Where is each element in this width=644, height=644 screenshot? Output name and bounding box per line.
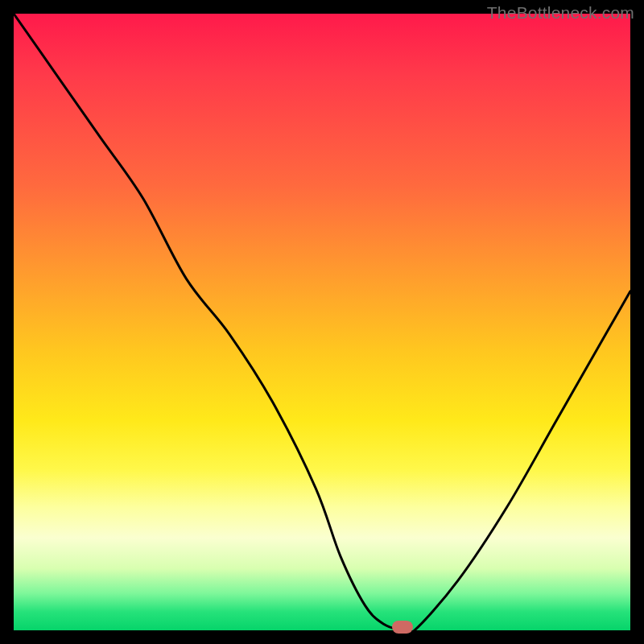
bottleneck-curve bbox=[14, 14, 630, 630]
watermark-text: TheBottleneck.com bbox=[487, 3, 634, 23]
optimum-marker bbox=[392, 621, 413, 634]
plot-area bbox=[14, 14, 630, 630]
chart-frame: TheBottleneck.com bbox=[0, 0, 644, 644]
